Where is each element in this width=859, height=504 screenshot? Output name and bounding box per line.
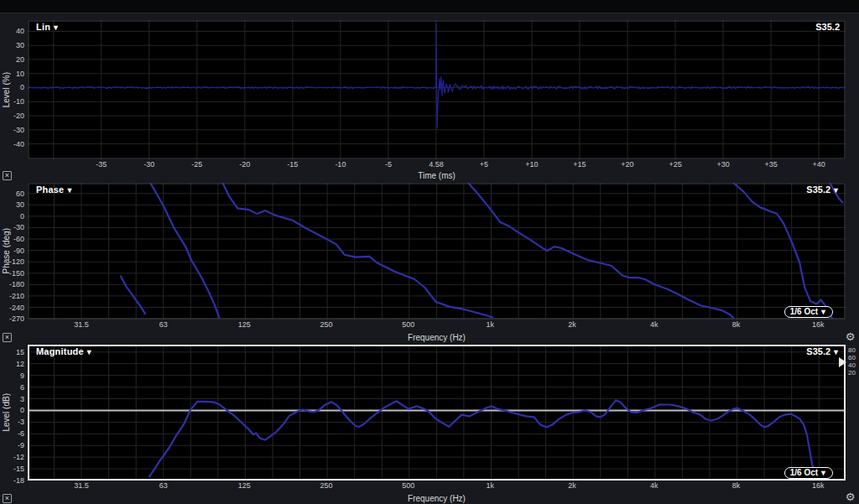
x-tick-label: -15: [274, 160, 311, 169]
y-tick-label: 12: [0, 360, 24, 368]
y-tick-label: -270: [0, 314, 24, 323]
phase-plot-canvas[interactable]: Phase▼ S35.2▼ 1/6 Oct▼: [28, 183, 846, 320]
y-tick-label: -15: [0, 465, 24, 473]
y-tick-label: 30: [0, 41, 24, 49]
x-tick-label: -10: [322, 160, 359, 169]
x-tick-label: 125: [226, 320, 263, 330]
y-tick-label: -12: [0, 453, 24, 461]
magnitude-plot-svg: [28, 345, 846, 481]
x-tick-label: 16k: [799, 481, 836, 491]
gear-icon[interactable]: ⚙: [844, 491, 856, 503]
x-tick-label: 16k: [799, 320, 836, 330]
y-tick-label: -30: [0, 223, 24, 231]
x-tick-label: +35: [752, 160, 789, 169]
x-tick-label: 8k: [717, 320, 754, 330]
level-marker-triangle-icon[interactable]: [839, 357, 846, 367]
x-tick-label: +25: [657, 160, 694, 169]
y-tick-label: -3: [0, 418, 24, 426]
chevron-down-icon: ▼: [86, 348, 93, 356]
x-tick-label: -5: [370, 160, 407, 169]
y-tick-label: 20: [0, 55, 24, 64]
x-tick-label: 250: [308, 481, 345, 491]
ir-plot-canvas[interactable]: Lin▼ S35.2: [28, 20, 846, 159]
y-tick-label: -9: [0, 441, 24, 449]
x-tick-label: +40: [800, 160, 837, 169]
x-tick-label: -35: [83, 160, 120, 169]
magnitude-x-axis-title: Frequency (Hz): [28, 493, 846, 504]
y-tick-label: 3: [0, 395, 24, 403]
chevron-down-icon: ▼: [832, 186, 840, 195]
y-tick-label: 0: [0, 406, 24, 414]
magnitude-trace-dropdown[interactable]: S35.2▼: [806, 346, 840, 356]
chevron-down-icon: ▼: [820, 469, 827, 477]
x-tick-label: 500: [390, 320, 427, 330]
y-tick-label: -60: [0, 235, 24, 243]
x-tick-label: +20: [609, 160, 646, 169]
y-tick-label: 0: [0, 83, 24, 91]
phase-plot-svg: [28, 183, 846, 320]
close-icon[interactable]: ×: [3, 333, 12, 342]
x-tick-label: +10: [513, 160, 550, 169]
y-tick-label: -30: [0, 126, 24, 134]
y-tick-label: 9: [0, 372, 24, 380]
y-tick-label: 0: [0, 212, 24, 221]
magnitude-view-dropdown[interactable]: Magnitude▼: [36, 346, 93, 356]
phase-view-dropdown[interactable]: Phase▼: [36, 184, 74, 195]
y-tick-label: -90: [0, 247, 24, 255]
close-icon[interactable]: ×: [3, 494, 12, 503]
x-tick-label: 31.5: [63, 481, 100, 491]
x-tick-label: 31.5: [63, 320, 100, 330]
x-tick-label: -30: [131, 160, 168, 169]
x-tick-label: +5: [466, 160, 502, 169]
chevron-down-icon: ▼: [820, 308, 827, 316]
y-tick-label: -20: [0, 112, 24, 120]
y-tick-label: 40: [0, 27, 24, 35]
magnitude-smoothing-dropdown[interactable]: 1/6 Oct▼: [784, 467, 833, 479]
ir-trace-label: S35.2: [815, 22, 840, 32]
y-tick-label: -150: [0, 269, 24, 278]
x-tick-label: 2k: [554, 481, 591, 491]
x-tick-label: -25: [179, 160, 216, 169]
x-tick-label: 1k: [471, 481, 508, 491]
x-tick-label: 2k: [554, 320, 591, 330]
x-tick-label: 4.58: [418, 160, 455, 169]
phase-x-axis-title: Frequency (Hz): [28, 332, 846, 343]
close-icon[interactable]: ×: [3, 171, 12, 180]
x-tick-label: 63: [145, 320, 182, 330]
right-scale-label: 60: [848, 354, 856, 361]
y-tick-label: 30: [0, 200, 24, 209]
top-menu-bar: [0, 0, 859, 13]
chevron-down-icon: ▼: [832, 348, 840, 356]
chevron-down-icon: ▼: [52, 23, 60, 32]
ir-view-dropdown[interactable]: Lin▼: [36, 22, 60, 32]
right-scale-label: 80: [848, 346, 856, 354]
x-tick-label: 4k: [636, 481, 673, 491]
y-tick-label: 6: [0, 383, 24, 392]
y-tick-label: -210: [0, 292, 24, 300]
y-tick-label: 60: [0, 190, 24, 198]
chevron-down-icon: ▼: [65, 186, 73, 195]
x-tick-label: 63: [145, 481, 182, 491]
right-scale-label: 20: [848, 369, 856, 377]
gear-icon[interactable]: ⚙: [844, 330, 856, 343]
x-tick-label: +15: [561, 160, 598, 169]
magnitude-plot-canvas[interactable]: Magnitude▼ S35.2▼ 1/6 Oct▼: [28, 345, 846, 481]
x-tick-label: 125: [226, 481, 263, 491]
x-tick-label: 1k: [471, 320, 508, 330]
y-tick-label: -180: [0, 280, 24, 288]
x-tick-label: 8k: [717, 481, 754, 491]
x-tick-label: -20: [226, 160, 263, 169]
x-tick-label: 4k: [636, 320, 673, 330]
phase-trace-dropdown[interactable]: S35.2▼: [806, 184, 840, 195]
magnitude-right-scale: 80604020: [848, 346, 856, 377]
smaart-window: Lin▼ S35.2 Level (%) 403020100-10-20-30-…: [0, 0, 859, 504]
y-tick-label: -40: [0, 140, 24, 148]
y-tick-label: -18: [0, 476, 24, 485]
x-tick-label: 250: [308, 320, 345, 330]
phase-smoothing-dropdown[interactable]: 1/6 Oct▼: [784, 306, 833, 318]
y-tick-label: -10: [0, 97, 24, 106]
right-scale-label: 40: [848, 361, 856, 369]
y-tick-label: 15: [0, 348, 24, 356]
y-tick-label: -6: [0, 429, 24, 438]
y-tick-label: -240: [0, 304, 24, 312]
